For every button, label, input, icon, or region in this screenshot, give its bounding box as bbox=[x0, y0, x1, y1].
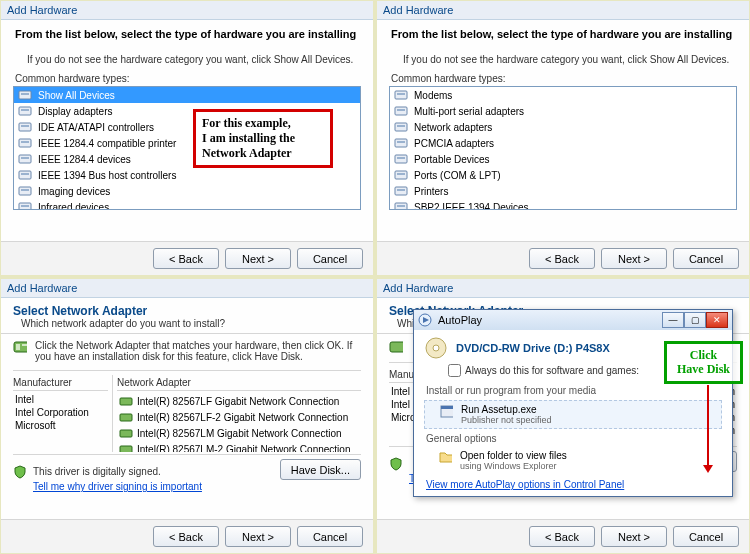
back-button[interactable]: < Back bbox=[529, 248, 595, 269]
section-label: General options bbox=[414, 431, 732, 446]
svg-rect-38 bbox=[22, 344, 27, 346]
panel-bottom-left: Add Hardware Select Network Adapter Whic… bbox=[0, 278, 374, 554]
maximize-button[interactable]: ▢ bbox=[684, 312, 706, 328]
hardware-types-list[interactable]: ModemsMulti-port serial adaptersNetwork … bbox=[389, 86, 737, 210]
drive-name: DVD/CD-RW Drive (D:) P4S8X bbox=[456, 342, 610, 354]
close-button[interactable]: ✕ bbox=[706, 312, 728, 328]
adapter-icon bbox=[119, 442, 133, 452]
list-item[interactable]: SBP2 IEEE 1394 Devices bbox=[390, 199, 736, 210]
arrow-head-icon bbox=[703, 465, 713, 473]
cancel-button[interactable]: Cancel bbox=[297, 526, 363, 547]
svg-rect-7 bbox=[21, 141, 29, 143]
adapter-item[interactable]: Intel(R) 82567LF-2 Gigabit Network Conne… bbox=[117, 409, 361, 425]
driver-signing-link[interactable]: Tell me why driver signing is important bbox=[33, 481, 202, 492]
svg-rect-21 bbox=[397, 109, 405, 111]
folder-icon bbox=[438, 450, 452, 464]
cancel-button[interactable]: Cancel bbox=[673, 248, 739, 269]
list-item[interactable]: Show All Devices bbox=[14, 87, 360, 103]
more-autoplay-link[interactable]: View more AutoPlay options in Control Pa… bbox=[426, 479, 624, 490]
window-title: Add Hardware bbox=[1, 1, 373, 20]
back-button[interactable]: < Back bbox=[153, 248, 219, 269]
open-folder-option[interactable]: Open folder to view files using Windows … bbox=[414, 446, 732, 475]
window-title: Add Hardware bbox=[377, 1, 749, 20]
manufacturer-item[interactable]: Microsoft bbox=[13, 419, 108, 432]
adapter-icon bbox=[119, 410, 133, 424]
list-label: Common hardware types: bbox=[391, 73, 737, 84]
svg-rect-19 bbox=[397, 93, 405, 95]
list-item[interactable]: Imaging devices bbox=[14, 183, 360, 199]
list-item[interactable]: Modems bbox=[390, 87, 736, 103]
svg-rect-41 bbox=[120, 430, 132, 437]
list-item[interactable]: IEEE 1394 Bus host controllers bbox=[14, 167, 360, 183]
device-icon bbox=[394, 152, 408, 166]
svg-rect-50 bbox=[441, 406, 453, 409]
next-button[interactable]: Next > bbox=[601, 526, 667, 547]
run-assetup-option[interactable]: Run Assetup.exe Publisher not specified bbox=[424, 400, 722, 429]
list-item[interactable]: Infrared devices bbox=[14, 199, 360, 210]
wizard-instructions: Click the Network Adapter that matches y… bbox=[13, 340, 361, 362]
back-button[interactable]: < Back bbox=[153, 526, 219, 547]
list-item[interactable]: Portable Devices bbox=[390, 151, 736, 167]
svg-rect-13 bbox=[21, 189, 29, 191]
next-button[interactable]: Next > bbox=[225, 526, 291, 547]
device-icon bbox=[394, 168, 408, 182]
device-icon bbox=[394, 120, 408, 134]
panel-top-right: Add Hardware From the list below, select… bbox=[376, 0, 750, 276]
driver-picker: Manufacturer IntelIntel CorporationMicro… bbox=[13, 370, 361, 452]
panel-top-left: Add Hardware From the list below, select… bbox=[0, 0, 374, 276]
manufacturer-item[interactable]: Intel Corporation bbox=[13, 406, 108, 419]
svg-rect-42 bbox=[120, 446, 132, 452]
adapter-header: Network Adapter bbox=[117, 375, 361, 391]
back-button[interactable]: < Back bbox=[529, 526, 595, 547]
annotation-example: For this example, I am installing the Ne… bbox=[193, 109, 333, 168]
device-icon bbox=[394, 88, 408, 102]
always-do-this-checkbox[interactable] bbox=[448, 364, 461, 377]
next-button[interactable]: Next > bbox=[225, 248, 291, 269]
svg-rect-31 bbox=[397, 189, 405, 191]
driver-signed-status: This driver is digitally signed. bbox=[13, 465, 161, 479]
list-item[interactable]: Printers bbox=[390, 183, 736, 199]
list-item[interactable]: Network adapters bbox=[390, 119, 736, 135]
shield-check-icon bbox=[389, 457, 403, 471]
adapter-icon bbox=[119, 426, 133, 440]
next-button[interactable]: Next > bbox=[601, 248, 667, 269]
cancel-button[interactable]: Cancel bbox=[673, 526, 739, 547]
hint-note: If you do not see the hardware category … bbox=[403, 54, 737, 65]
device-icon bbox=[394, 184, 408, 198]
svg-rect-1 bbox=[21, 93, 29, 95]
have-disk-button[interactable]: Have Disk... bbox=[280, 459, 361, 480]
network-adapter-icon bbox=[389, 340, 403, 354]
shield-check-icon bbox=[13, 465, 27, 479]
adapter-item[interactable]: Intel(R) 82567LM Gigabit Network Connect… bbox=[117, 425, 361, 441]
device-icon bbox=[18, 104, 32, 118]
svg-rect-36 bbox=[14, 342, 27, 352]
svg-rect-44 bbox=[390, 342, 403, 352]
svg-rect-27 bbox=[397, 157, 405, 159]
manufacturer-item[interactable]: Intel bbox=[13, 393, 108, 406]
window-title: Add Hardware bbox=[1, 279, 373, 298]
arrow-indicator bbox=[707, 385, 709, 465]
device-icon bbox=[18, 168, 32, 182]
adapter-item[interactable]: Intel(R) 82567LF Gigabit Network Connect… bbox=[117, 393, 361, 409]
list-item[interactable]: Multi-port serial adapters bbox=[390, 103, 736, 119]
device-icon bbox=[394, 136, 408, 150]
device-icon bbox=[18, 152, 32, 166]
list-item[interactable]: PCMCIA adapters bbox=[390, 135, 736, 151]
minimize-button[interactable]: — bbox=[662, 312, 684, 328]
autoplay-dialog: AutoPlay — ▢ ✕ DVD/CD-RW Drive (D:) P4S8… bbox=[413, 309, 733, 497]
mfr-header: Manufacturer bbox=[13, 375, 108, 391]
device-icon bbox=[18, 120, 32, 134]
svg-rect-23 bbox=[397, 125, 405, 127]
device-icon bbox=[394, 200, 408, 210]
cancel-button[interactable]: Cancel bbox=[297, 248, 363, 269]
svg-rect-39 bbox=[120, 398, 132, 405]
svg-rect-25 bbox=[397, 141, 405, 143]
wizard-header: Select Network Adapter Which network ada… bbox=[13, 304, 361, 329]
wizard-instruction: From the list below, select the type of … bbox=[391, 28, 737, 40]
section-label: Install or run program from your media bbox=[414, 383, 732, 398]
hint-note: If you do not see the hardware category … bbox=[27, 54, 361, 65]
adapter-item[interactable]: Intel(R) 82567LM-2 Gigabit Network Conne… bbox=[117, 441, 361, 452]
list-item[interactable]: Ports (COM & LPT) bbox=[390, 167, 736, 183]
adapter-icon bbox=[119, 394, 133, 408]
device-icon bbox=[394, 104, 408, 118]
